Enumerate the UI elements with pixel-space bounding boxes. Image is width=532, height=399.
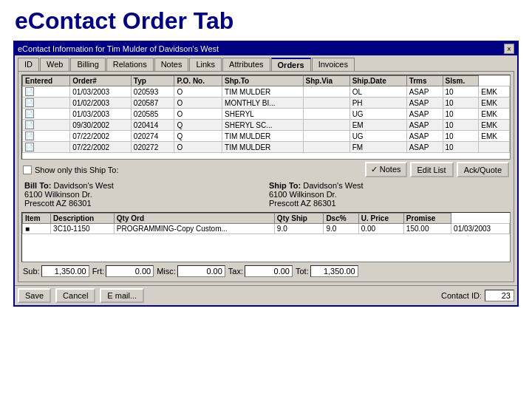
doc-icon: 📄 (23, 142, 70, 153)
contact-id-label: Contact ID: (441, 291, 482, 300)
orders-col-header: Slsm. (443, 76, 479, 86)
orders-table-row[interactable]: 📄09/30/2002020414QSHERYL SC...EMASAP10EM… (23, 120, 510, 131)
items-col-header: Description (51, 214, 115, 224)
show-ship-checkbox[interactable] (23, 166, 32, 174)
items-table-cell: ■ (23, 224, 51, 234)
table-cell: EMK (479, 98, 510, 109)
orders-table-container: EnteredOrder#TypP.O. No.Shp.ToShp.ViaShi… (21, 75, 511, 160)
table-cell: 10 (443, 120, 479, 131)
table-cell: O (174, 98, 222, 109)
bill-to-address1: 6100 Wilkinson Dr. (24, 190, 92, 199)
orders-table-row[interactable]: 📄01/02/2003020587OMONTHLY BI...PHASAP10E… (23, 98, 510, 109)
contact-id-input[interactable] (485, 290, 514, 301)
orders-table-row[interactable]: 📄01/03/2003020593OTIM MULDEROLASAP10EMK (23, 86, 510, 98)
tab-id[interactable]: ID (18, 58, 39, 71)
sub-field: Sub: (23, 265, 89, 277)
tab-attributes[interactable]: Attributes (222, 58, 270, 71)
table-cell: 01/02/2003 (70, 98, 132, 109)
table-cell: 07/22/2002 (70, 131, 132, 142)
table-cell: UG (349, 131, 406, 142)
sub-label: Sub: (23, 267, 40, 276)
tab-notes[interactable]: Notes (154, 58, 189, 71)
table-cell: TIM MULDER (222, 86, 304, 98)
dialog: eContact Information for Tim Mulder of D… (13, 41, 519, 307)
table-cell (303, 142, 349, 153)
doc-icon: 📄 (23, 131, 70, 142)
table-cell: UG (349, 109, 406, 120)
tab-billing[interactable]: Billing (70, 58, 105, 71)
tab-links[interactable]: Links (189, 58, 222, 71)
sub-input[interactable] (41, 265, 89, 277)
table-cell (303, 86, 349, 98)
ship-to-block: Ship To: Davidson's West 6100 Wilkinson … (269, 181, 508, 208)
items-table-cell: 9.0 (324, 224, 358, 234)
misc-input[interactable] (177, 265, 225, 277)
frt-input[interactable] (106, 265, 154, 277)
address-section: Bill To: Davidson's West 6100 Wilkinson … (21, 180, 511, 209)
table-cell: Q (174, 120, 222, 131)
table-cell: O (174, 142, 222, 153)
items-table-cell: 01/03/2003 (451, 224, 510, 234)
tax-field: Tax: (228, 265, 293, 277)
items-table-cell: 3C10-1150 (51, 224, 115, 234)
page-title: eContact Order Tab (0, 0, 532, 41)
table-cell: O (174, 109, 222, 120)
tab-relations[interactable]: Relations (106, 58, 154, 71)
edit-list-button[interactable]: Edit List (410, 162, 454, 177)
email-button[interactable]: E mail... (100, 288, 144, 303)
orders-col-header: Ship.Date (349, 76, 406, 86)
table-cell: OL (349, 86, 406, 98)
orders-table-row[interactable]: 📄07/22/2002020272OTIM MULDERFMASAP10 (23, 142, 510, 153)
items-col-header: Promise (403, 214, 451, 224)
tot-input[interactable] (310, 265, 358, 277)
items-table-cell: 150.00 (403, 224, 451, 234)
notes-button[interactable]: ✓ Notes (365, 162, 407, 177)
table-cell: EMK (479, 86, 510, 98)
table-cell: SHERYL (222, 109, 304, 120)
contact-id-section: Contact ID: (441, 290, 514, 301)
table-cell: 01/03/2003 (70, 86, 132, 98)
ship-to-name: Davidson's West (303, 181, 363, 190)
orders-col-header: Typ (131, 76, 174, 86)
items-table: ItemDescriptionQty OrdQty ShipDsc%U. Pri… (22, 213, 510, 234)
cancel-button[interactable]: Cancel (55, 288, 95, 303)
orders-table: EnteredOrder#TypP.O. No.Shp.ToShp.ViaShi… (22, 75, 510, 153)
table-cell: ASAP (406, 109, 443, 120)
table-cell: 09/30/2002 (70, 120, 132, 131)
table-cell: TIM MULDER (222, 142, 304, 153)
table-cell: ASAP (406, 86, 443, 98)
items-col-header: Qty Ship (274, 214, 324, 224)
tax-input[interactable] (245, 265, 293, 277)
table-cell: ASAP (406, 98, 443, 109)
orders-table-row[interactable]: 📄07/22/2002020274QTIM MULDERUGASAP10EMK (23, 131, 510, 142)
table-cell: 10 (443, 109, 479, 120)
ack-quote-button[interactable]: Ack/Quote (457, 162, 509, 177)
tab-bar: IDWebBillingRelationsNotesLinksAttribute… (15, 55, 517, 71)
bill-to-label: Bill To: (24, 181, 51, 190)
table-cell: 020585 (131, 109, 174, 120)
table-cell (303, 120, 349, 131)
orders-col-header: Order# (70, 76, 132, 86)
table-cell: 07/22/2002 (70, 142, 132, 153)
close-button[interactable]: × (504, 44, 514, 54)
misc-label: Misc: (157, 267, 176, 276)
tab-orders[interactable]: Orders (271, 58, 311, 71)
items-table-container: ItemDescriptionQty OrdQty ShipDsc%U. Pri… (21, 212, 511, 262)
table-cell: 020272 (131, 142, 174, 153)
table-cell: EMK (479, 109, 510, 120)
tab-invoices[interactable]: Invoices (312, 58, 355, 71)
orders-table-row[interactable]: 📄01/03/2003020585OSHERYLUGASAP10EMK (23, 109, 510, 120)
items-table-row[interactable]: ■3C10-1150PROGRAMMING-Copy Custom...9.09… (23, 224, 510, 234)
table-cell (303, 131, 349, 142)
table-cell: 10 (443, 142, 479, 153)
totals-row: Sub: Frt: Misc: Tax: Tot: (21, 262, 511, 279)
tab-web[interactable]: Web (40, 58, 69, 71)
table-cell: 10 (443, 131, 479, 142)
table-cell: SHERYL SC... (222, 120, 304, 131)
save-button[interactable]: Save (18, 288, 51, 303)
misc-field: Misc: (157, 265, 225, 277)
show-ship-row: Show only this Ship To: ✓ Notes Edit Lis… (21, 160, 511, 180)
items-col-header: Item (23, 214, 51, 224)
table-cell: ASAP (406, 120, 443, 131)
doc-icon: 📄 (23, 86, 70, 98)
